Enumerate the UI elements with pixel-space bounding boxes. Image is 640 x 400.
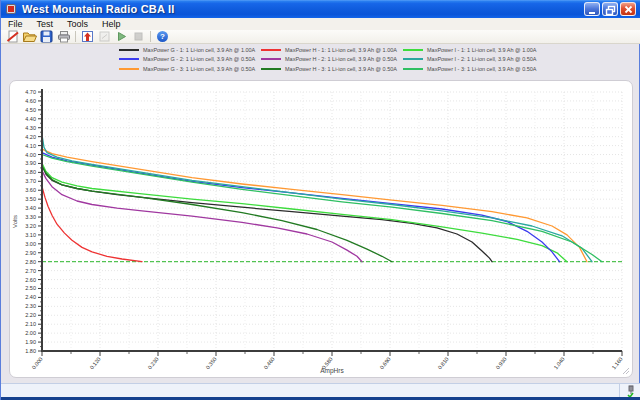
svg-text:2.30: 2.30 <box>25 303 36 309</box>
upload-icon <box>81 30 94 43</box>
discharge-chart[interactable]: 4.704.604.504.404.304.204.104.003.903.80… <box>10 81 634 379</box>
svg-text:4.10: 4.10 <box>25 143 36 149</box>
svg-text:3.20: 3.20 <box>25 223 36 229</box>
svg-text:3.30: 3.30 <box>25 214 36 220</box>
legend-swatch <box>119 49 139 51</box>
print-icon <box>57 30 71 43</box>
svg-text:1.80: 1.80 <box>25 348 36 354</box>
legend-item: MaxPower H - 2: 1 Li-ion cell, 3.9 Ah @ … <box>261 55 401 65</box>
svg-text:2.80: 2.80 <box>25 259 36 265</box>
legend-swatch <box>119 58 139 60</box>
svg-text:2.00: 2.00 <box>25 330 36 336</box>
legend-item: MaxPower G - 2: 1 Li-ion cell, 3.9 Ah @ … <box>119 55 259 65</box>
svg-text:0.120: 0.120 <box>89 356 102 371</box>
legend-label: MaxPower G - 1: 1 Li-ion cell, 3.9 Ah @ … <box>143 47 255 53</box>
toolbar: ? <box>1 30 640 44</box>
preview-icon <box>98 30 111 43</box>
save-button[interactable] <box>38 30 55 43</box>
upload-button[interactable] <box>79 30 96 43</box>
toolbar-separator <box>75 31 76 42</box>
close-icon <box>621 3 637 17</box>
legend-item: MaxPower H - 1: 1 Li-ion cell, 3.9 Ah @ … <box>261 45 401 55</box>
legend-item: MaxPower I - 1: 1 Li-ion cell, 3.9 Ah @ … <box>403 45 543 55</box>
svg-text:3.50: 3.50 <box>25 196 36 202</box>
svg-text:1.90: 1.90 <box>25 339 36 345</box>
restore-button[interactable] <box>602 2 618 16</box>
legend-label: MaxPower I - 2: 1 Li-ion cell, 3.9 Ah @ … <box>427 56 537 62</box>
legend-item: MaxPower G - 3: 1 Li-ion cell, 3.9 Ah @ … <box>119 64 259 74</box>
svg-text:4.60: 4.60 <box>25 98 36 104</box>
preview-button[interactable] <box>96 30 113 43</box>
legend-item: MaxPower I - 2: 1 Li-ion cell, 3.9 Ah @ … <box>403 55 543 65</box>
legend-swatch <box>119 68 139 70</box>
svg-text:3.40: 3.40 <box>25 205 36 211</box>
svg-text:Volts: Volts <box>12 215 18 228</box>
svg-text:2.20: 2.20 <box>25 312 36 318</box>
open-button[interactable] <box>21 30 38 43</box>
start-test-button[interactable] <box>113 30 130 43</box>
svg-text:3.10: 3.10 <box>25 232 36 238</box>
new-test-button[interactable] <box>4 30 21 43</box>
new-test-icon <box>6 30 20 43</box>
svg-text:3.90: 3.90 <box>25 160 36 166</box>
svg-text:AmpHrs: AmpHrs <box>320 367 344 375</box>
app-icon <box>6 3 18 15</box>
svg-text:4.20: 4.20 <box>25 134 36 140</box>
svg-text:3.70: 3.70 <box>25 178 36 184</box>
panel-resize-grip <box>622 367 630 375</box>
chart-legend: MaxPower G - 1: 1 Li-ion cell, 3.9 Ah @ … <box>119 45 543 74</box>
legend-swatch <box>261 68 281 70</box>
device-connected-icon <box>625 385 637 397</box>
legend-label: MaxPower H - 1: 1 Li-ion cell, 3.9 Ah @ … <box>285 47 397 53</box>
menu-help[interactable]: Help <box>95 18 128 30</box>
stop-icon <box>132 30 145 43</box>
svg-text:0.350: 0.350 <box>205 356 218 371</box>
svg-text:2.90: 2.90 <box>25 250 36 256</box>
legend-swatch <box>403 58 423 60</box>
svg-text:0.460: 0.460 <box>263 356 276 371</box>
legend-item: MaxPower H - 3: 1 Li-ion cell, 3.9 Ah @ … <box>261 64 401 74</box>
help-button[interactable]: ? <box>154 30 171 43</box>
svg-text:4.50: 4.50 <box>25 107 36 113</box>
svg-text:4.40: 4.40 <box>25 116 36 122</box>
menu-bar: File Test Tools Help <box>1 18 640 30</box>
svg-text:0.690: 0.690 <box>379 356 392 371</box>
svg-text:4.70: 4.70 <box>25 89 36 95</box>
svg-text:2.70: 2.70 <box>25 268 36 274</box>
legend-swatch <box>261 58 281 60</box>
menu-test[interactable]: Test <box>30 18 61 30</box>
legend-label: MaxPower G - 2: 1 Li-ion cell, 3.9 Ah @ … <box>143 56 255 62</box>
status-bar <box>1 383 640 397</box>
play-icon <box>115 30 128 43</box>
svg-text:3.80: 3.80 <box>25 169 36 175</box>
menu-tools[interactable]: Tools <box>60 18 95 30</box>
svg-text:0.230: 0.230 <box>147 356 160 371</box>
svg-text:2.10: 2.10 <box>25 321 36 327</box>
toolbar-separator <box>150 31 151 42</box>
svg-text:4.00: 4.00 <box>25 152 36 158</box>
legend-label: MaxPower H - 3: 1 Li-ion cell, 3.9 Ah @ … <box>285 66 397 72</box>
svg-text:3.60: 3.60 <box>25 187 36 193</box>
save-floppy-icon <box>40 30 53 43</box>
title-bar[interactable]: West Mountain Radio CBA II <box>1 0 640 18</box>
svg-text:2.50: 2.50 <box>25 285 36 291</box>
legend-swatch <box>261 49 281 51</box>
close-button[interactable] <box>620 2 636 16</box>
legend-item: MaxPower I - 3: 1 Li-ion cell, 3.9 Ah @ … <box>403 64 543 74</box>
svg-text:4.30: 4.30 <box>25 125 36 131</box>
print-button[interactable] <box>55 30 72 43</box>
legend-label: MaxPower I - 3: 1 Li-ion cell, 3.9 Ah @ … <box>427 66 537 72</box>
legend-label: MaxPower H - 2: 1 Li-ion cell, 3.9 Ah @ … <box>285 56 397 62</box>
stop-test-button[interactable] <box>130 30 147 43</box>
restore-icon <box>603 3 619 17</box>
menu-file[interactable]: File <box>1 18 30 30</box>
window-title: West Mountain Radio CBA II <box>22 3 584 15</box>
legend-swatch <box>403 49 423 51</box>
open-folder-icon <box>22 30 37 43</box>
svg-text:1.040: 1.040 <box>553 356 566 371</box>
minimize-icon <box>585 3 601 17</box>
minimize-button[interactable] <box>584 2 600 16</box>
legend-label: MaxPower G - 3: 1 Li-ion cell, 3.9 Ah @ … <box>143 66 255 72</box>
svg-text:0.000: 0.000 <box>31 356 44 371</box>
legend-label: MaxPower I - 1: 1 Li-ion cell, 3.9 Ah @ … <box>427 47 537 53</box>
